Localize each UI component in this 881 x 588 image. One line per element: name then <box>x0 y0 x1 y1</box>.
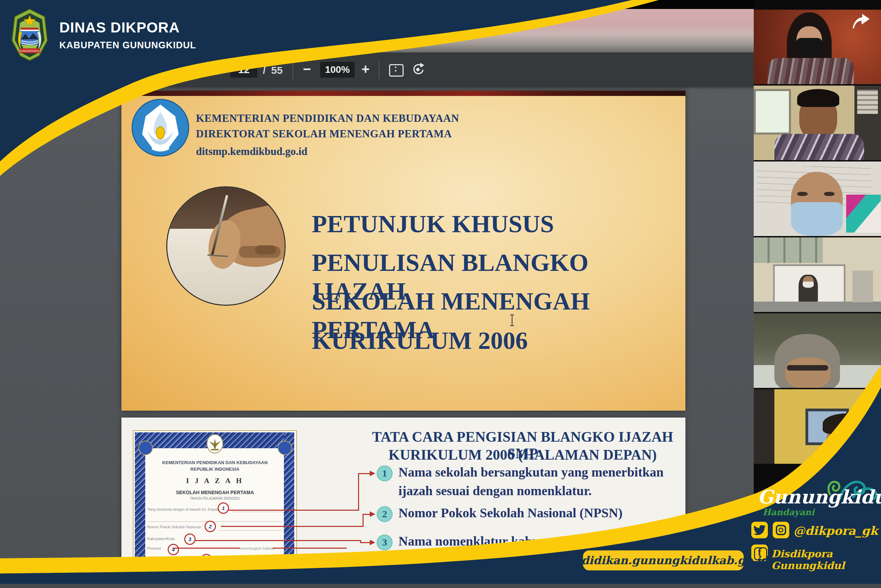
svg-text:GUNUNGKIDUL: GUNUNGKIDUL <box>19 50 40 52</box>
org-header: GUNUNGKIDUL DINAS DIKPORA KABUPATEN GUNU… <box>0 0 241 76</box>
gunungkidul-coat-of-arms-icon: GUNUNGKIDUL <box>9 8 50 62</box>
video-call-frame: 12 / 55 − 100% + KEMENTERIA <box>0 0 881 588</box>
org-region: KABUPATEN GUNUNGKIDUL <box>59 40 196 51</box>
top-swoosh-graphic <box>0 0 881 588</box>
org-name: DINAS DIKPORA <box>59 20 180 36</box>
window-bottom-edge <box>0 584 881 588</box>
